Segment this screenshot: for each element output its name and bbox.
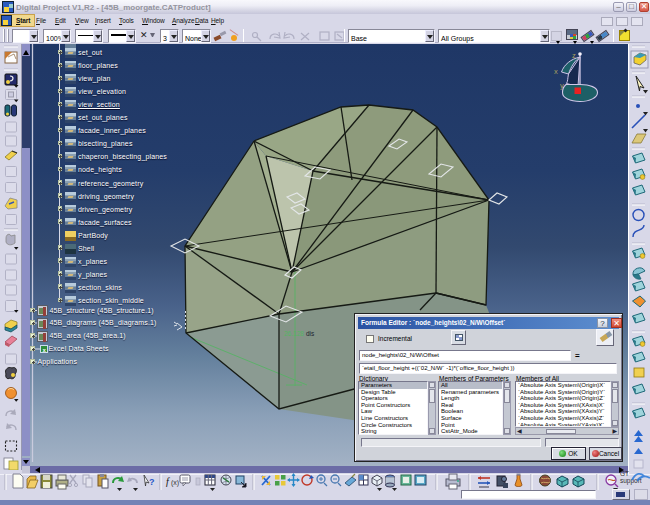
svg-text:(x): (x): [171, 479, 179, 487]
svg-text:f: f: [166, 476, 170, 487]
svg-text:?: ?: [149, 477, 155, 487]
